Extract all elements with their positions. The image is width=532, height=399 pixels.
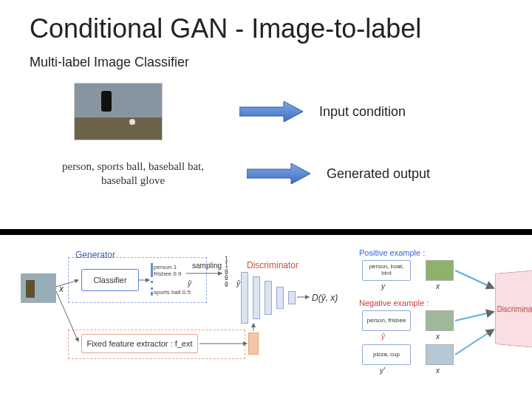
labels-caption: person, sports ball, baseball bat, baseb… [52, 160, 214, 188]
subtitle: Multi-label Image Classifier [30, 55, 502, 70]
svg-line-3 [56, 291, 78, 341]
svg-line-10 [455, 312, 494, 321]
svg-marker-0 [239, 101, 303, 122]
svg-marker-1 [247, 163, 310, 184]
input-condition-label: Input condition [319, 104, 406, 120]
svg-line-2 [56, 280, 78, 287]
svg-line-9 [455, 270, 494, 288]
page-title: Conditional GAN - Image-to-label [30, 13, 502, 44]
separator [0, 229, 532, 235]
arrow-right-icon [239, 101, 303, 122]
arrow-right-icon [247, 163, 310, 184]
generated-output-label: Generated output [327, 166, 430, 182]
diagram-arrows [15, 244, 517, 384]
example-image [74, 83, 163, 140]
svg-line-11 [455, 330, 494, 355]
architecture-diagram: x Generator Classifier Fixed feature ext… [15, 244, 517, 384]
